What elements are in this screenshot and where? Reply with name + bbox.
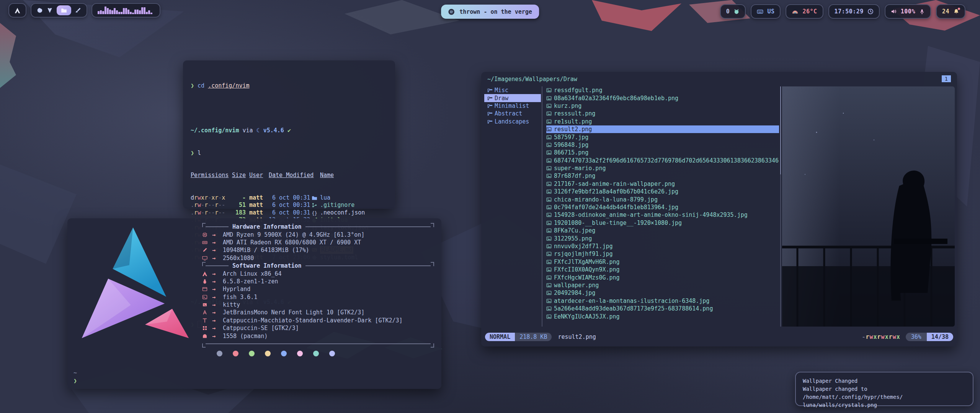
folder-open-icon <box>487 88 493 93</box>
image-file-icon <box>546 306 552 311</box>
fm-file-row[interactable]: rsjqojlmjhf91.jpg <box>546 250 779 258</box>
fm-file-row[interactable]: wallpaper.png <box>546 281 779 289</box>
terminal-color-dot <box>249 351 255 356</box>
visualizer-bar <box>100 10 102 14</box>
fm-file-row[interactable]: FXfcII0X0AQyn9X.png <box>546 266 779 273</box>
app-launcher-button[interactable] <box>8 3 26 18</box>
fm-file-row[interactable]: FXfcJlTXgAMvH6R.png <box>546 258 779 266</box>
arch-icon <box>202 271 212 276</box>
info-value: kitty <box>223 301 240 308</box>
sidebar-folder-misc[interactable]: Misc <box>484 86 541 94</box>
sidebar-folder-abstract[interactable]: Abstract <box>484 110 541 117</box>
fm-file-name: 68747470733a2f2f696d616765732d7769786d70… <box>554 157 779 164</box>
status-weather[interactable]: 26°C <box>786 4 823 19</box>
fm-file-name: FXfcHgcWIAMzs0G.png <box>554 274 620 281</box>
image-file-icon <box>546 298 552 304</box>
status-clock[interactable]: 17:50:29 <box>828 4 880 19</box>
arrow-icon: → <box>212 325 223 332</box>
info-row: →Arch Linux x86_64 <box>202 270 434 277</box>
fm-file-row[interactable]: nnvuv0xj2df71.jpg <box>546 242 779 250</box>
fm-file-row[interactable]: 68747470733a2f2f696d616765732d7769786d70… <box>546 157 779 164</box>
fm-file-row[interactable]: 3122955.png <box>546 234 779 242</box>
visualizer-bar <box>116 10 118 14</box>
fm-file-row[interactable]: 5a266e448add93deab367d87173e9f25-6837886… <box>546 305 779 312</box>
fm-scrollbar-thumb[interactable] <box>780 86 781 174</box>
file-date: 6 oct 00:31 <box>269 202 312 209</box>
pacman-icon <box>202 333 212 339</box>
workspace-folder-active[interactable] <box>57 5 71 15</box>
fm-file-row[interactable]: 20492984.jpg <box>546 289 779 297</box>
workspace-vim[interactable] <box>47 7 53 13</box>
system-info-panel: Hardware Information →AMD Ryzen 9 5900X … <box>202 223 434 348</box>
file-entry-row: .rw-r--r--183matt 6 oct 00:31{}.neoconf.… <box>191 209 387 217</box>
fm-file-row[interactable]: chica-mirando-la-luna-8799.jpg <box>546 195 779 203</box>
fm-file-row[interactable]: result2.png <box>546 125 779 133</box>
image-file-icon <box>546 205 552 210</box>
sidebar-folder-draw[interactable]: Draw <box>484 94 541 102</box>
fm-file-row[interactable]: 3126f7e9bbf21a8a4af0b67b041c6e26.jpg <box>546 188 779 195</box>
fm-file-row[interactable]: 8FKa7Cu.jpeg <box>546 227 779 234</box>
fm-file-row[interactable]: 87r687df.png <box>546 172 779 180</box>
fm-file-row[interactable]: 08a634fa02a32364f69ebc86a98eb1eb.png <box>546 94 779 102</box>
visualizer-bar <box>123 8 125 14</box>
status-volume[interactable]: 100% <box>885 4 931 19</box>
file-manager-window[interactable]: ~/Imagenes/Wallpapers/Draw 1 MiscDrawMin… <box>481 72 957 346</box>
fm-file-row[interactable]: 19201080-__blue-tinge__-1920×1080.jpg <box>546 219 779 227</box>
workspace-brush[interactable] <box>75 7 81 13</box>
terminal-color-dot <box>233 351 238 356</box>
fm-file-row[interactable]: resssult.png <box>546 110 779 117</box>
fm-file-row[interactable]: super-mario.png <box>546 164 779 172</box>
fm-file-row[interactable]: 154928-odinokoe_anime-art-anime-okno-sin… <box>546 211 779 219</box>
fm-file-row[interactable]: kurz.png <box>546 102 779 110</box>
fm-file-name: 0c794faf07de24a4db4d4fb1eb813964.jpg <box>554 204 678 211</box>
fm-file-size: 218.8 KB <box>515 333 552 341</box>
ls-headers: PermissionsSizeUserDate ModifiedName <box>191 172 387 179</box>
fm-file-row[interactable]: 866715.png <box>546 149 779 156</box>
sidebar-folder-minimalist[interactable]: Minimalist <box>484 102 541 110</box>
info-row: →1558 (pacman) <box>202 332 434 340</box>
media-player-pill[interactable]: thrown - on the verge <box>441 5 539 19</box>
status-notifications[interactable]: 24 <box>936 4 965 19</box>
info-row: →Hyprland <box>202 285 434 293</box>
fm-file-row[interactable]: ressdfgult.png <box>546 86 779 94</box>
fm-file-row[interactable]: 0c794faf07de24a4db4d4fb1eb813964.jpg <box>546 203 779 211</box>
fetch-terminal-window[interactable]: Hardware Information →AMD Ryzen 9 5900X … <box>67 218 441 389</box>
fm-file-row[interactable]: atardecer-en-la-montanas-ilustracion-634… <box>546 297 779 305</box>
visualizer-bar <box>118 12 120 14</box>
shell-prompt-symbol: ❯ <box>74 377 77 385</box>
visualizer-bar <box>141 7 143 14</box>
sidebar-folder-landscapes[interactable]: Landscapes <box>484 118 541 125</box>
fm-file-name: 587597.jpg <box>554 134 588 141</box>
visualizer-bar <box>107 8 109 14</box>
visualizer-bar <box>114 8 116 14</box>
permissions-string: -rwxrwxrwx <box>862 333 900 340</box>
status-updates[interactable]: 0 <box>720 4 746 19</box>
image-file-icon <box>546 244 552 249</box>
fm-file-row[interactable]: EeNKYgIUcAAJ5JX.png <box>546 312 779 320</box>
permissions-string: .rw-r--r-- <box>191 202 229 209</box>
fm-image-preview <box>782 86 955 327</box>
workspace-firefox[interactable] <box>37 7 43 13</box>
notification-popup[interactable]: Wallpaper Changed Wallpaper changed to /… <box>795 372 973 406</box>
terminal-color-dot <box>281 351 287 356</box>
terminal-prompt-context: ~/.config/nvim via ☾ v5.4.6 ✔ <box>191 127 387 135</box>
info-row: →kitty <box>202 301 434 309</box>
visualizer-bar <box>134 10 136 14</box>
fm-file-row[interactable]: re1sult.png <box>546 118 779 125</box>
fm-file-row[interactable]: 217167-sad-anime-rain-wallpaper.png <box>546 180 779 188</box>
fetch-shell-prompt[interactable]: ~ ❯ <box>74 369 77 385</box>
file-name: lua <box>320 194 330 202</box>
arrow-icon: → <box>212 317 223 324</box>
arrow-icon: → <box>212 247 223 254</box>
fm-file-row[interactable]: 587597.jpg <box>546 133 779 141</box>
terminal-window[interactable]: ❯ cd .config/nvim ~/.config/nvim via ☾ v… <box>183 60 395 209</box>
fm-tab-badge[interactable]: 1 <box>942 75 951 82</box>
fm-file-row[interactable]: 596848.jpg <box>546 141 779 149</box>
filetype-braces-icon: {} <box>312 210 320 216</box>
clock-icon <box>867 8 874 15</box>
info-row: →JetBrainsMono Nerd Font Light 10 [GTK2/… <box>202 309 434 316</box>
fm-file-row[interactable]: FXfcHgcWIAMzs0G.png <box>546 273 779 281</box>
arrow-icon: → <box>212 239 223 246</box>
fm-file-name: FXfcJlTXgAMvH6R.png <box>554 259 620 265</box>
status-keyboard-layout[interactable]: US <box>751 4 781 19</box>
